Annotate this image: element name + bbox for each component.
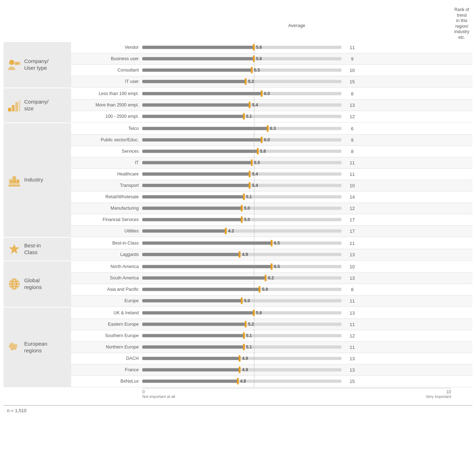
bar-area: 5.6 xyxy=(142,42,342,53)
avg-line xyxy=(254,226,254,237)
rank-value: 17 xyxy=(342,217,363,222)
bar-gold-marker xyxy=(253,56,255,62)
row-label: Financial Services xyxy=(71,217,142,222)
bar-value-label: 4.8 xyxy=(240,379,246,384)
row-label: South America xyxy=(71,275,142,280)
bar-area: 6.2 xyxy=(142,273,342,284)
x-axis-min: 0 xyxy=(142,389,145,394)
table-row: Financial Services5.017 xyxy=(71,214,472,226)
section-rows-industry: Telco6.36Public sector/Educ.6.09Services… xyxy=(71,123,472,237)
rank-value: 17 xyxy=(342,229,363,234)
bar-dark xyxy=(142,288,260,291)
bar-dark xyxy=(142,242,272,245)
bar-value-label: 5.5 xyxy=(254,160,260,165)
bar-dark xyxy=(142,115,244,118)
bar-dark xyxy=(142,173,250,176)
bar-value-label: 6.5 xyxy=(274,264,280,269)
rank-value: 13 xyxy=(342,275,363,281)
bar-gold-marker xyxy=(251,159,253,166)
bar-value-label: 5.0 xyxy=(244,217,250,222)
bar-value-label: 6.0 xyxy=(264,137,270,142)
row-label: Southern Europe xyxy=(71,333,142,338)
bar-dark xyxy=(142,346,244,349)
x-desc-left: Not important at all xyxy=(142,394,175,399)
row-label: North America xyxy=(71,264,142,269)
rank-value: 8 xyxy=(342,287,363,292)
european-regions-label: European regions xyxy=(24,341,47,354)
svg-rect-7 xyxy=(15,102,18,111)
table-row: BeNeLux4.815 xyxy=(71,376,472,387)
bar-area: 5.4 xyxy=(142,100,342,111)
rank-value: 13 xyxy=(342,367,363,373)
company-user-type-icon xyxy=(6,57,22,73)
bar-value-label: 4.9 xyxy=(242,252,248,257)
bar-gold-marker xyxy=(261,90,263,97)
row-label: Transport xyxy=(71,183,142,188)
bar-value-label: 5.0 xyxy=(244,298,250,303)
bar-value-label: 5.4 xyxy=(252,183,258,188)
bar-dark xyxy=(142,184,250,187)
avg-line xyxy=(254,261,254,272)
rank-value: 12 xyxy=(342,333,363,338)
company-user-type-label: Company/ User type xyxy=(24,58,48,72)
bar-dark xyxy=(142,46,254,49)
bar-area: 5.0 xyxy=(142,203,342,214)
rank-value: 8 xyxy=(342,91,363,96)
svg-rect-10 xyxy=(10,180,12,183)
row-label: IT xyxy=(71,160,142,165)
bar-gold-marker xyxy=(241,216,243,223)
bar-value-label: 5.6 xyxy=(256,310,262,315)
bar-gold-marker xyxy=(253,44,255,51)
bar-value-label: 5.2 xyxy=(248,79,254,84)
rank-value: 10 xyxy=(342,68,363,73)
rank-value: 11 xyxy=(342,241,363,246)
rank-value: 11 xyxy=(342,172,363,177)
svg-rect-6 xyxy=(12,105,15,111)
bar-area: 5.5 xyxy=(142,157,342,168)
rank-header: Rank of trendin this region/industry etc… xyxy=(451,7,472,41)
bar-gold-marker xyxy=(249,171,250,177)
avg-line xyxy=(254,146,254,157)
row-label: BeNeLux xyxy=(71,379,142,384)
x-desc-right: Very important xyxy=(426,394,451,399)
bar-value-label: 5.6 xyxy=(256,56,262,61)
table-row: IT5.511 xyxy=(71,157,472,169)
bar-gold-marker xyxy=(249,102,250,108)
rank-value: 13 xyxy=(342,252,363,257)
avg-line xyxy=(254,135,254,146)
bar-dark xyxy=(142,357,240,360)
table-row: IT user5.215 xyxy=(71,76,472,88)
bar-area: 5.0 xyxy=(142,295,342,306)
best-in-class-label: Best-in Class xyxy=(24,242,41,256)
section-best-in-class: Best-in ClassBest-in-Class6.511Laggards4… xyxy=(4,238,472,261)
european-regions-icon xyxy=(6,340,22,355)
svg-point-1 xyxy=(9,60,14,65)
section-label-global-regions: Global regions xyxy=(4,261,71,307)
bar-value-label: 5.9 xyxy=(262,287,268,292)
bar-area: 6.5 xyxy=(142,261,342,272)
table-row: Less than 100 empl.6.08 xyxy=(71,88,472,100)
rank-value: 11 xyxy=(342,322,363,327)
row-label: Europe xyxy=(71,298,142,303)
bar-gold-marker xyxy=(239,251,240,258)
row-label: 100 - 2500 empl. xyxy=(71,114,142,119)
bar-gold-marker xyxy=(225,228,227,234)
rank-value: 9 xyxy=(342,56,363,62)
row-label: Retail/Wholesale xyxy=(71,194,142,199)
bar-area: 5.5 xyxy=(142,65,342,76)
rank-value: 10 xyxy=(342,183,363,188)
table-row: Services5.88 xyxy=(71,146,472,157)
bar-value-label: 5.1 xyxy=(246,345,252,350)
svg-rect-13 xyxy=(12,176,16,180)
row-label: France xyxy=(71,367,142,372)
bar-gold-marker xyxy=(243,194,245,200)
table-row: Southern Europe5.112 xyxy=(71,330,472,342)
table-row: Northern Europe5.111 xyxy=(71,342,472,353)
avg-line xyxy=(254,376,254,387)
avg-line xyxy=(254,284,254,295)
section-company-size: Company/ sizeLess than 100 empl.6.08More… xyxy=(4,88,472,122)
bar-gold-marker xyxy=(243,113,245,120)
avg-line xyxy=(254,342,254,353)
rank-value: 10 xyxy=(342,264,363,269)
industry-icon xyxy=(6,172,22,188)
